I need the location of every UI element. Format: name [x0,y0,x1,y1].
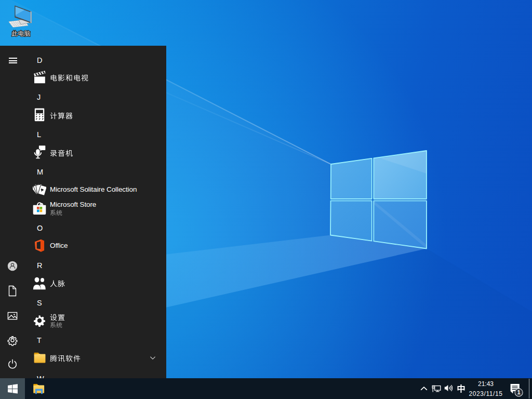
svg-text:1: 1 [517,389,521,395]
